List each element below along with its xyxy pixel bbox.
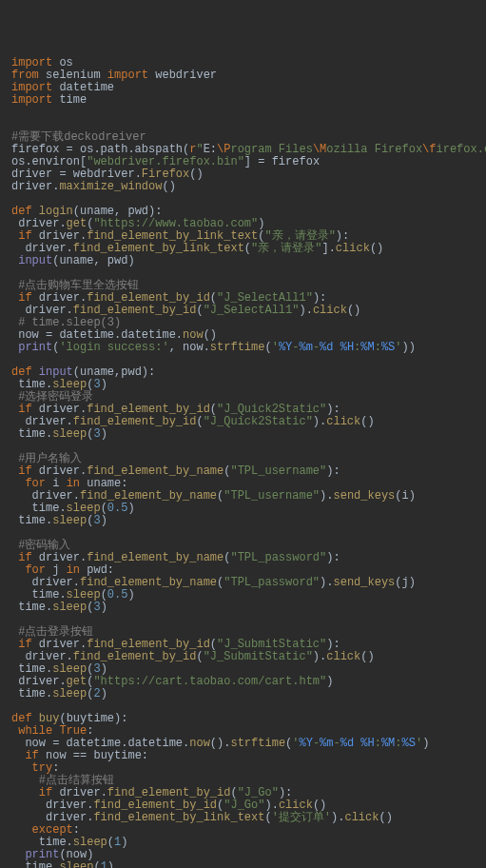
token-fmt: %H [360, 737, 374, 750]
token-id: ) [101, 427, 107, 441]
token-id: j [46, 563, 67, 577]
token-kw: while [18, 724, 59, 738]
token-id: () [360, 415, 374, 428]
token-id: : [73, 823, 80, 837]
token-fn: now [183, 328, 204, 342]
token-str: rogram Files [230, 143, 312, 156]
token-id: time. [11, 860, 59, 868]
token-id: () [189, 168, 203, 181]
token-fn: strftime [230, 737, 285, 750]
token-fmt: %d [320, 341, 333, 354]
token-id: ) [258, 217, 264, 230]
token-fn: find_element_by_id [93, 799, 217, 812]
token-id: i [46, 477, 67, 490]
token-str: - [313, 341, 320, 354]
token-id: ) [127, 588, 134, 602]
token-id: time. [11, 378, 52, 391]
token-fmt: %H [340, 341, 354, 354]
token-id: ) [101, 378, 107, 391]
token-id: ). [320, 489, 333, 503]
token-str: : [375, 737, 381, 750]
token-fn: login [39, 205, 73, 218]
token-id: pwd: [80, 563, 114, 577]
token-fn: find_element_by_name [87, 551, 224, 564]
token-cm: #用户名输入 [18, 452, 82, 465]
token-fn: find_element_by_id [107, 786, 231, 799]
token-num: 3 [93, 378, 100, 391]
token-fn: find_element_by_name [87, 464, 224, 478]
token-par: , [114, 205, 127, 218]
token-num: 0.5 [107, 502, 128, 515]
token-id: driver. [11, 675, 67, 688]
token-str: "J_Quick2Static" [204, 415, 313, 428]
token-id: buytime: [87, 749, 148, 762]
code-editor: import os from selenium import webdriver… [11, 57, 475, 868]
token-kw: if [25, 749, 38, 762]
token-str: "J_Quick2Static" [217, 403, 326, 416]
token-id: ) [101, 601, 107, 614]
token-id: ) [422, 737, 429, 750]
token-str: - [334, 737, 340, 750]
token-id: : [87, 724, 93, 738]
token-str: "https://cart.taobao.com/cart.htm" [93, 675, 326, 688]
token-id [11, 477, 25, 490]
token-id: driver. [32, 403, 87, 416]
token-str: "webdriver.firefox.bin" [87, 155, 244, 168]
token-str: irefox.exe [437, 143, 486, 156]
token-id: time. [11, 427, 52, 441]
token-fmt: %Y [299, 737, 312, 750]
token-num: 0.5 [107, 588, 128, 602]
token-str: : [375, 341, 381, 354]
token-id: time. [11, 514, 52, 527]
token-id: driver. [52, 786, 107, 799]
token-id: ): [326, 638, 340, 651]
token-fn: sleep [67, 588, 101, 602]
token-id: ( [264, 341, 271, 354]
token-id: uname [80, 205, 114, 218]
token-id: ). [331, 811, 344, 824]
token-id: ): [326, 403, 340, 416]
token-fn: find_element_by_id [87, 638, 210, 651]
token-fn: sleep [52, 601, 87, 614]
token-cm: #点击结算按钮 [39, 774, 114, 787]
token-id: ( [73, 205, 80, 218]
token-id: selenium [39, 69, 107, 82]
token-id: ( [230, 786, 237, 799]
token-id: () [313, 799, 326, 812]
token-id: ) [101, 662, 107, 676]
token-id: buytime [67, 712, 114, 725]
token-kw: if [18, 551, 31, 564]
token-id: datetime [52, 81, 114, 94]
token-bi: print [25, 848, 59, 861]
token-fn: send_keys [333, 489, 395, 503]
token-kw: import [107, 69, 148, 82]
token-fmt: %d [340, 737, 354, 750]
token-str: ' [272, 341, 279, 354]
token-id: driver. [32, 638, 87, 651]
token-fn: find_element_by_link_text [87, 229, 258, 243]
token-kw: import [11, 56, 52, 69]
token-id: ( [210, 403, 217, 416]
token-id: driver. [11, 415, 73, 428]
token-id: (i) [395, 489, 416, 503]
token-str: : [395, 737, 401, 750]
token-id: ). [313, 415, 326, 428]
token-fn: click [344, 811, 379, 824]
token-cm: # time.sleep(3) [18, 316, 121, 329]
token-id: ): [279, 786, 292, 799]
token-bi: input [18, 254, 52, 267]
token-kw: try [32, 761, 53, 775]
token-id: time. [11, 588, 67, 602]
token-id: : [52, 761, 59, 775]
token-fmt: %S [381, 341, 395, 354]
token-id: driver. [32, 291, 87, 305]
token-kw: in [67, 477, 80, 490]
token-id: ). [320, 576, 333, 589]
token-id: driver. [11, 304, 73, 317]
token-esc: \f [422, 143, 436, 156]
token-fn: sleep [52, 427, 87, 441]
token-id: os.path.abspath( [73, 143, 189, 156]
token-id [11, 774, 39, 787]
token-str: "TPL_password" [230, 551, 326, 564]
token-id: now. [183, 341, 210, 354]
